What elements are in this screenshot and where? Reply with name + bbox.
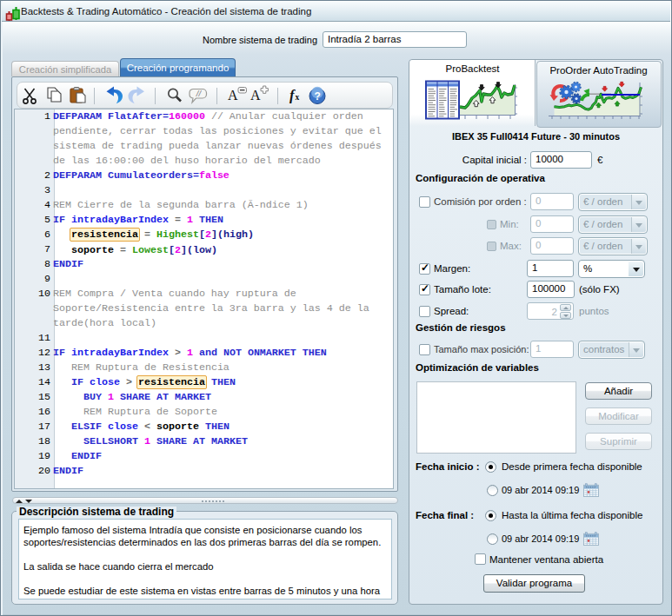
svg-text:x: x: [296, 93, 300, 102]
svg-text:?: ?: [315, 90, 321, 103]
svg-text:A: A: [250, 88, 261, 103]
svg-text:A: A: [228, 88, 238, 103]
